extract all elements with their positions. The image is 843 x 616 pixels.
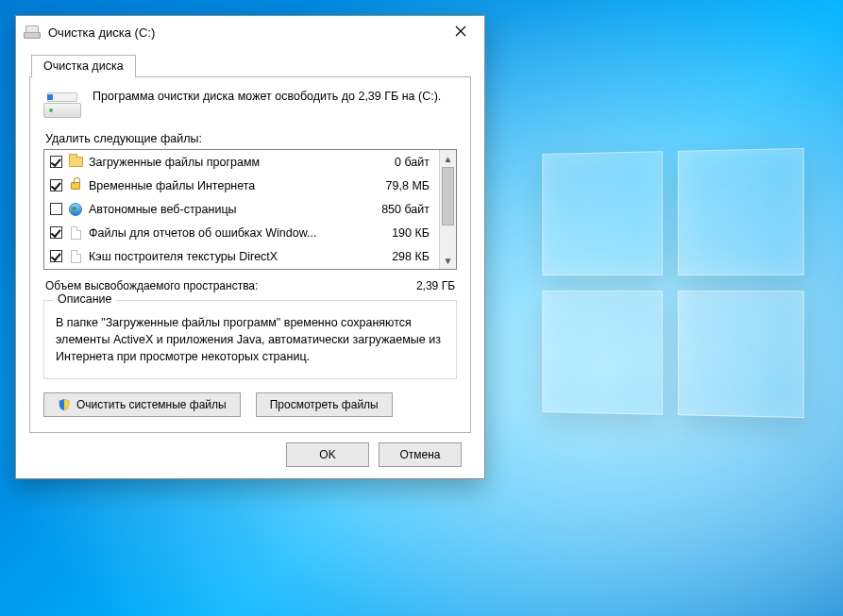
- scroll-thumb[interactable]: [442, 167, 454, 225]
- view-files-label: Просмотреть файлы: [270, 398, 379, 411]
- total-label: Объем высвобождаемого пространства:: [45, 279, 258, 292]
- file-name: Автономные веб-страницы: [89, 203, 358, 216]
- ok-label: OK: [319, 448, 335, 461]
- checkbox[interactable]: [50, 250, 62, 262]
- scroll-up-button[interactable]: ▲: [440, 150, 456, 167]
- file-name: Временные файлы Интернета: [89, 179, 358, 192]
- file-size: 190 КБ: [363, 226, 433, 240]
- description-text: В папке "Загруженные файлы программ" вре…: [56, 314, 445, 365]
- file-size: 79,8 МБ: [363, 179, 433, 192]
- clean-system-files-label: Очистить системные файлы: [76, 398, 227, 411]
- scroll-down-button[interactable]: ▼: [440, 252, 456, 269]
- file-size: 850 байт: [363, 203, 433, 216]
- lock-icon: [68, 178, 83, 193]
- view-files-button[interactable]: Просмотреть файлы: [256, 392, 393, 417]
- file-row[interactable]: Автономные веб-страницы850 байт: [44, 197, 439, 221]
- checkbox[interactable]: [50, 203, 62, 215]
- checkbox[interactable]: [50, 156, 62, 168]
- checkbox[interactable]: [50, 226, 62, 239]
- file-row[interactable]: Кэш построителя текстуры DirectX298 КБ: [44, 244, 439, 268]
- description-group: Описание В папке "Загруженные файлы прог…: [43, 300, 457, 379]
- windows-logo: [542, 148, 803, 418]
- total-value: 2,39 ГБ: [416, 279, 455, 292]
- globe-icon: [68, 202, 83, 217]
- checkbox[interactable]: [50, 179, 62, 191]
- file-name: Загруженные файлы программ: [89, 156, 358, 169]
- file-row[interactable]: Загруженные файлы программ0 байт: [44, 150, 439, 174]
- info-text: Программа очистки диска может освободить…: [93, 89, 441, 121]
- ok-button[interactable]: OK: [286, 442, 369, 467]
- disk-cleanup-icon: [24, 25, 41, 39]
- scroll-track[interactable]: [440, 167, 456, 252]
- close-icon: [455, 25, 466, 37]
- tab-disk-cleanup[interactable]: Очистка диска: [31, 55, 136, 77]
- description-legend: Описание: [54, 292, 116, 306]
- drive-icon: [43, 92, 81, 121]
- cancel-label: Отмена: [399, 448, 440, 461]
- page-icon: [68, 225, 83, 241]
- titlebar[interactable]: Очистка диска (C:): [16, 16, 484, 48]
- cancel-button[interactable]: Отмена: [379, 442, 462, 467]
- shield-icon: [58, 398, 71, 411]
- close-button[interactable]: [441, 17, 481, 45]
- clean-system-files-button[interactable]: Очистить системные файлы: [43, 392, 241, 417]
- file-size: 298 КБ: [363, 250, 433, 263]
- window-title: Очистка диска (C:): [48, 25, 433, 40]
- tab-page: Программа очистки диска может освободить…: [29, 76, 471, 433]
- scrollbar[interactable]: ▲ ▼: [439, 150, 456, 269]
- files-list: Загруженные файлы программ0 байтВременны…: [43, 149, 457, 270]
- folder-icon: [68, 155, 83, 170]
- file-name: Файлы для отчетов об ошибках Window...: [89, 226, 358, 240]
- file-row[interactable]: Файлы для отчетов об ошибках Window...19…: [44, 221, 439, 244]
- file-row[interactable]: Временные файлы Интернета79,8 МБ: [44, 174, 439, 197]
- file-size: 0 байт: [363, 156, 433, 169]
- page-icon: [68, 249, 83, 264]
- disk-cleanup-dialog: Очистка диска (C:) Очистка диска Програм…: [15, 15, 485, 479]
- files-list-label: Удалить следующие файлы:: [45, 132, 455, 145]
- file-name: Кэш построителя текстуры DirectX: [89, 250, 358, 263]
